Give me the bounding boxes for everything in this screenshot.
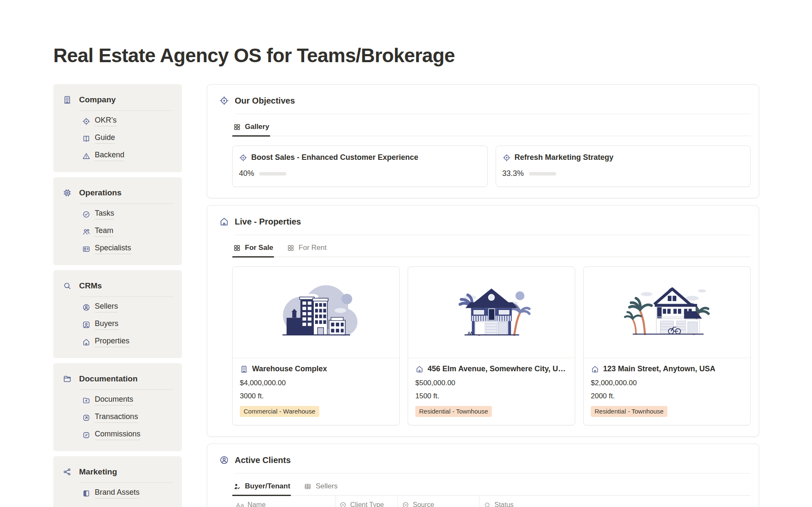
sidebar-item-documents[interactable]: Documents (82, 395, 173, 406)
sidebar-item-backend[interactable]: Backend (82, 151, 173, 161)
sidebar-item-label: Commissions (95, 430, 140, 440)
sidebar-item-buyers[interactable]: Buyers (82, 319, 173, 330)
properties-tabstrip: For Sale For Rent (232, 242, 751, 257)
objective-card[interactable]: Refresh Marketing Strategy 33.3% (496, 145, 751, 187)
progress-percent: 33.3% (502, 169, 524, 178)
sidebar-item-sellers[interactable]: Sellers (82, 302, 173, 312)
sidebar-item-team[interactable]: Team (82, 226, 173, 237)
property-card-warehouse-complex[interactable]: Warehouse Complex $4,000,000.00 3000 ft.… (232, 266, 400, 425)
property-price: $4,000,000.00 (240, 379, 392, 387)
sidebar-item-okrs[interactable]: OKR’s (82, 116, 173, 126)
column-header-status[interactable]: Status (480, 496, 751, 507)
sidebar-item-label: Team (95, 226, 113, 237)
sidebar: Company OKR’s Guide Backend (53, 84, 182, 507)
tab-gallery[interactable]: Gallery (232, 121, 270, 136)
sidebar-item-label: Documents (95, 395, 133, 406)
sidebar-section-header: CRMs (63, 280, 173, 291)
sidebar-item-brand-assets[interactable]: Brand Assets (82, 488, 173, 499)
building-icon (240, 365, 248, 373)
property-card-456-elm-avenue[interactable]: 456 Elm Avenue, Somewhere City, USA $500… (408, 266, 575, 425)
tab-label: Buyer/Tenant (245, 482, 290, 491)
id-card-icon (82, 245, 91, 253)
sidebar-section-title: CRMs (79, 281, 102, 290)
divider (235, 114, 751, 114)
sidebar-item-commissions[interactable]: Commissions (82, 430, 173, 440)
sidebar-item-label: Guide (95, 133, 115, 144)
objective-card[interactable]: Boost Sales - Enhanced Customer Experien… (232, 145, 488, 187)
tab-label: Sellers (315, 482, 337, 491)
folder-plus-icon (82, 396, 91, 405)
home-icon (219, 217, 229, 227)
home-icon (415, 365, 424, 373)
split-panel-icon (82, 489, 91, 498)
divider (79, 110, 173, 111)
column-header-client-type[interactable]: Client Type (335, 496, 398, 507)
target-icon (502, 153, 511, 162)
tab-buyer-tenant[interactable]: Buyer/Tenant (232, 480, 291, 495)
sidebar-section-documentation: Documentation Documents Transactions Com… (53, 363, 182, 451)
sidebar-item-label: Tasks (95, 209, 114, 219)
gallery-grid-icon (233, 123, 241, 131)
column-header-source[interactable]: Source (398, 496, 480, 507)
building-icon (63, 95, 72, 104)
column-label: Client Type (350, 501, 384, 507)
share-icon (63, 467, 72, 477)
user-square-icon (82, 321, 91, 329)
progress-bar (529, 172, 556, 175)
sidebar-section-title: Company (79, 95, 116, 104)
property-size: 3000 ft. (240, 392, 392, 400)
objective-title: Boost Sales - Enhanced Customer Experien… (251, 153, 418, 162)
status-spinner-icon (483, 501, 491, 507)
section-our-objectives: Our Objectives Gallery B (207, 84, 759, 198)
sidebar-item-label: Transactions (95, 412, 138, 423)
home-icon (591, 365, 599, 373)
tab-for-sale[interactable]: For Sale (232, 242, 274, 257)
sidebar-item-properties[interactable]: Properties (82, 337, 173, 347)
section-header: Live - Properties (219, 216, 751, 227)
folder-icon (63, 374, 72, 384)
section-active-clients: Active Clients Buyer/Tenant Sellers (207, 444, 759, 507)
property-category-badge: Residential - Townhouse (591, 406, 667, 417)
section-header: Our Objectives (219, 95, 751, 107)
clients-table-header: Aa Name Client Type Source (232, 496, 751, 507)
page-title: Real Estate Agency OS for Teams/Brokerag… (53, 44, 759, 67)
property-card-123-main-street[interactable]: 123 Main Street, Anytown, USA $2,000,000… (583, 266, 751, 425)
sidebar-section-title: Documentation (79, 374, 137, 384)
city-buildings-illustration (233, 267, 399, 358)
sidebar-section-crms: CRMs Sellers Buyers Properties (53, 270, 182, 358)
user-circle-icon (219, 455, 229, 465)
sidebar-item-label: Buyers (95, 319, 118, 330)
section-header: Active Clients (219, 454, 751, 466)
sidebar-section-header: Marketing (63, 466, 173, 477)
property-category-badge: Commercial - Warehouse (240, 406, 319, 417)
user-circle-icon (82, 303, 91, 312)
divider (79, 389, 173, 390)
divider (79, 482, 173, 483)
objective-progress: 33.3% (502, 169, 744, 178)
column-label: Source (413, 501, 434, 507)
sidebar-item-label: Brand Assets (95, 488, 140, 499)
progress-bar (259, 172, 286, 175)
sidebar-item-label: Specialists (95, 244, 131, 254)
sidebar-section-header: Operations (63, 187, 173, 198)
clients-tabstrip: Buyer/Tenant Sellers (232, 480, 751, 496)
progress-percent: 40% (239, 169, 254, 178)
tab-for-rent[interactable]: For Rent (286, 242, 327, 257)
column-header-name[interactable]: Aa Name (232, 496, 335, 507)
chip-icon (63, 188, 72, 197)
section-title: Live - Properties (235, 217, 301, 227)
sidebar-item-tasks[interactable]: Tasks (82, 209, 173, 219)
sidebar-item-specialists[interactable]: Specialists (82, 244, 173, 254)
tab-sellers[interactable]: Sellers (303, 480, 338, 495)
target-icon (219, 96, 229, 106)
property-name: 456 Elm Avenue, Somewhere City, USA (428, 364, 567, 373)
divider (79, 296, 173, 297)
tab-label: Gallery (245, 123, 269, 131)
person-check-icon (233, 482, 241, 491)
sidebar-section-header: Documentation (63, 373, 173, 384)
objectives-tabstrip: Gallery (232, 121, 751, 136)
sidebar-item-guide[interactable]: Guide (82, 133, 173, 144)
sidebar-item-transactions[interactable]: Transactions (82, 412, 173, 423)
users-icon (82, 227, 91, 236)
sidebar-section-company: Company OKR’s Guide Backend (53, 84, 182, 172)
